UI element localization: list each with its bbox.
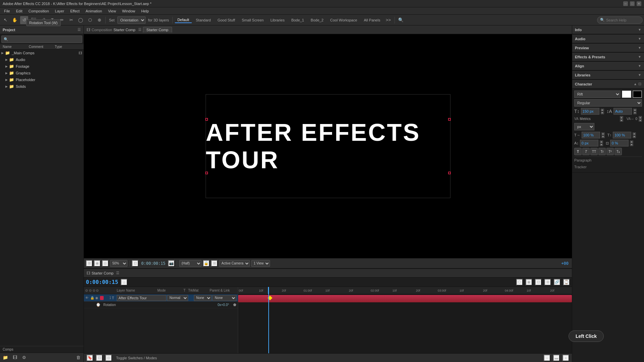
project-item-main-comps[interactable]: ▶ 📁 _Main Comps 🎞 (0, 50, 84, 56)
menu-effect[interactable]: Effect (67, 8, 82, 14)
layer-lock-icon[interactable]: 🔒 (90, 296, 95, 300)
section-effects-header[interactable]: Effects & Presets ▼ (572, 53, 644, 61)
more-workspaces-button[interactable]: >> (384, 16, 392, 24)
fill-color-swatch[interactable] (622, 90, 631, 98)
comp-resolution-btn[interactable]: ⊞ (86, 260, 93, 267)
quality-dropdown[interactable]: (Half) (Full) (Quarter) (179, 260, 202, 267)
layer-solo-icon[interactable]: ◉ (95, 296, 100, 300)
baseline-down-btn[interactable]: ▼ (600, 143, 603, 146)
timeline-zoom-in[interactable]: + (562, 355, 569, 361)
zoom-dropdown[interactable]: 50% 100% 25% (110, 260, 127, 267)
project-new-comp-btn[interactable]: 🎞 (11, 354, 19, 362)
camera-dropdown[interactable]: Active Camera (219, 260, 250, 267)
maximize-button[interactable]: □ (630, 1, 635, 6)
comp-preview-btn[interactable]: ◉ (94, 260, 101, 267)
font-size-input[interactable] (581, 108, 599, 115)
section-align-header[interactable]: Align ▼ (572, 62, 644, 70)
tracking-down-btn[interactable]: ▼ (639, 119, 642, 122)
tsume-up-btn[interactable]: ▲ (630, 140, 633, 143)
current-time-display[interactable]: 0:00:00:15 (86, 279, 118, 285)
tool-hand[interactable]: ✋ (11, 16, 19, 24)
timeline-ctrl3[interactable]: ⊡ (535, 279, 542, 286)
rotation-keyframe-icon[interactable]: ⬟ (233, 303, 236, 307)
leading-down-btn[interactable]: ▼ (633, 112, 637, 114)
project-item-audio[interactable]: ▶ 📁 Audio (0, 56, 84, 63)
comp-tab[interactable]: Starter Comp (143, 27, 172, 33)
project-settings-btn[interactable]: ⚙ (20, 354, 28, 362)
tab-libraries[interactable]: Libraries (268, 17, 287, 23)
style-smallcaps-btn[interactable]: Tr (598, 148, 606, 155)
tab-small-screen[interactable]: Small Screen (239, 17, 266, 23)
baseline-up-btn[interactable]: ▲ (600, 140, 603, 143)
tool-rect[interactable]: ⬛ (30, 16, 38, 24)
layer-mode-dropdown[interactable]: Normal (167, 295, 188, 301)
time-home-btn[interactable]: ⌂ (121, 279, 127, 286)
timeline-zoom-out[interactable]: − (544, 355, 550, 361)
timeline-switches[interactable]: ⊡ (96, 355, 103, 361)
project-new-folder-btn[interactable]: 📁 (1, 354, 9, 362)
timeline-ctrl2[interactable]: ◉ (526, 279, 532, 286)
tool-roto[interactable]: ⬡ (86, 16, 94, 24)
view-dropdown[interactable]: 1 View (251, 260, 270, 267)
tracking-up-btn[interactable]: ▲ (639, 116, 642, 119)
tab-all-panels[interactable]: All Panels (361, 17, 383, 23)
comp-motion-blur-btn[interactable]: ◎ (102, 260, 109, 267)
orientation-dropdown[interactable]: Orientation (117, 16, 146, 24)
metrics-dropdown[interactable]: px % (574, 123, 594, 130)
stroke-color-swatch[interactable] (633, 90, 642, 98)
section-character-header[interactable]: Character ▲ ⊡ (572, 80, 644, 88)
tool-selection[interactable]: ↖ (1, 16, 9, 24)
playhead[interactable] (268, 287, 269, 353)
window-controls[interactable]: ─ □ ✕ (623, 1, 641, 6)
comp-lock-btn[interactable]: 🔒 (203, 260, 210, 267)
project-delete-btn[interactable]: 🗑 (74, 354, 82, 362)
comp-snapshot-btn[interactable]: 📷 (168, 260, 175, 267)
style-italic-btn[interactable]: T (582, 148, 590, 155)
menu-window[interactable]: Window (119, 8, 138, 14)
layer-vis-icon[interactable]: 👁 (85, 296, 90, 300)
font-family-dropdown[interactable]: Rift (574, 90, 621, 98)
kerning-down-btn[interactable]: ▼ (620, 119, 623, 122)
timeline-ctrl4[interactable]: ⊞ (544, 279, 551, 286)
tool-brush[interactable]: ✏ (58, 16, 66, 24)
tool-eraser[interactable]: ◯ (76, 16, 85, 24)
track-bar-1[interactable] (238, 295, 572, 302)
rotation-stopwatch-icon[interactable]: ⌚ (96, 303, 101, 307)
tool-clone[interactable]: ✂ (67, 16, 75, 24)
tsume-down-btn[interactable]: ▼ (630, 143, 633, 146)
tab-bode2[interactable]: Bode_2 (308, 17, 326, 23)
style-bold-btn[interactable]: T (574, 148, 582, 155)
project-item-solids[interactable]: ▶ 📁 Solids (0, 83, 84, 90)
close-button[interactable]: ✕ (637, 1, 641, 6)
layer-name-input[interactable] (117, 295, 166, 301)
layer-row-1[interactable]: 👁 🔒 ◉ 1 T Normal Non (84, 294, 238, 302)
size-down-btn[interactable]: ▼ (601, 112, 604, 114)
kerning-up-btn[interactable]: ▲ (620, 116, 623, 119)
tab-bode1[interactable]: Bode_1 (288, 17, 307, 23)
search-icon-btn[interactable]: 🔍 (397, 16, 405, 24)
timeline-motion-blur[interactable]: ◎ (105, 355, 112, 361)
tab-cool-workspace[interactable]: Cool Workspace (327, 17, 360, 23)
character-expand-icon[interactable]: ⊡ (638, 82, 641, 86)
tab-standard[interactable]: Standard (193, 17, 214, 23)
menu-view[interactable]: View (105, 8, 119, 14)
size-up-btn[interactable]: ▲ (601, 109, 604, 111)
menu-animation[interactable]: Animation (83, 8, 105, 14)
leading-up-btn[interactable]: ▲ (633, 109, 637, 111)
section-info-header[interactable]: Info ▼ (572, 25, 644, 34)
leading-input[interactable] (613, 108, 632, 115)
style-sub-btn[interactable]: T₂ (614, 148, 622, 155)
menu-file[interactable]: File (1, 8, 13, 14)
project-item-graphics[interactable]: ▶ 📁 Graphics (0, 70, 84, 76)
scale-v-up-btn[interactable]: ▲ (633, 132, 636, 135)
time-ruler[interactable]: 00f 10f 20f 01:00f 10f 20f 02:00f 10f 20… (238, 287, 572, 294)
tab-good-stuff[interactable]: Good Stuff (215, 17, 237, 23)
timeline-ctrl5[interactable]: 🔗 (554, 279, 560, 286)
timeline-ctrl1[interactable]: ⬡ (516, 279, 523, 286)
scale-h-up-btn[interactable]: ▲ (601, 132, 605, 135)
project-item-footage[interactable]: ▶ 📁 Footage (0, 63, 84, 70)
timeline-add-marker[interactable]: 🔖 (87, 355, 93, 361)
font-style-dropdown[interactable]: Regular Bold Italic (574, 99, 642, 107)
tsume-input[interactable] (610, 140, 629, 146)
project-item-placeholder[interactable]: ▶ 📁 Placeholder (0, 76, 84, 83)
